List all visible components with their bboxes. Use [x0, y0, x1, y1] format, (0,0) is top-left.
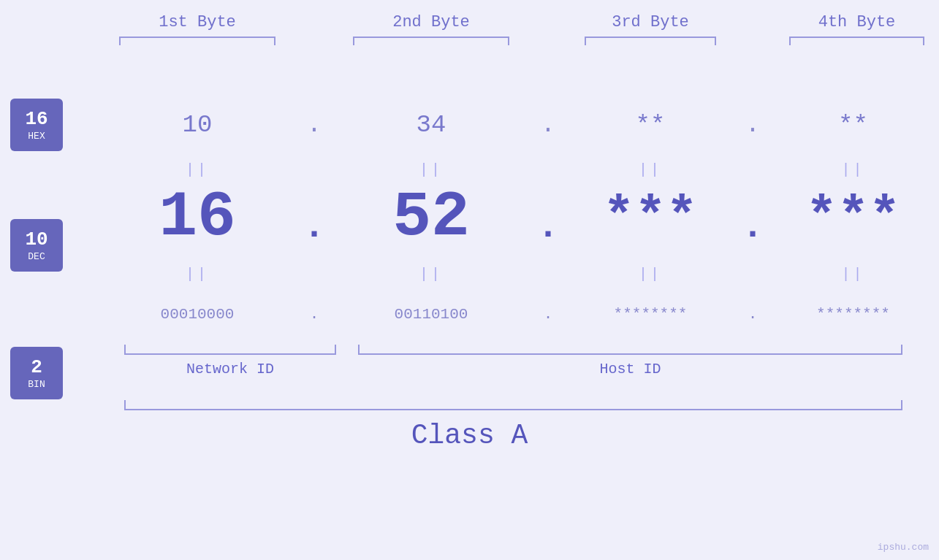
dec-b4: *** — [775, 181, 932, 254]
class-label: Class A — [0, 420, 939, 451]
dec-badge-label: DEC — [28, 251, 45, 262]
dec-dot2: . — [526, 204, 570, 248]
top-brackets — [102, 37, 939, 45]
network-id-label: Network ID — [124, 361, 336, 377]
byte1-header: 1st Byte — [102, 13, 292, 31]
bin-badge: 2 BIN — [10, 347, 63, 399]
bin-b3: ******** — [570, 287, 731, 342]
dec-badge: 10 DEC — [10, 219, 63, 272]
dec-b2: 52 — [336, 181, 526, 254]
bin-badge-label: BIN — [28, 379, 45, 390]
bin-b4: ******** — [775, 287, 932, 342]
hex-b4: ** — [775, 99, 932, 151]
bin-dot1: . — [292, 287, 336, 342]
hex-dot3: . — [731, 99, 775, 151]
dec-dot1: . — [292, 204, 336, 248]
dec-badge-num: 10 — [25, 229, 47, 251]
bin-dot3: . — [731, 287, 775, 342]
bin-b1: 00010000 — [102, 287, 292, 342]
bin-b2: 00110100 — [336, 287, 526, 342]
dec-dot3: . — [731, 204, 775, 248]
equals-row2: || || || || — [102, 261, 932, 287]
dec-b3: *** — [570, 181, 731, 254]
dec-b1: 16 — [102, 181, 292, 254]
network-bracket — [124, 345, 336, 355]
class-bracket — [124, 400, 902, 410]
hex-b3: ** — [570, 99, 731, 151]
byte2-header: 2nd Byte — [336, 13, 526, 31]
byte4-header: 4th Byte — [775, 13, 939, 31]
bracket-top-1 — [119, 37, 275, 45]
bracket-top-3 — [585, 37, 716, 45]
hex-badge-num: 16 — [25, 108, 47, 131]
hex-badge-label: HEX — [28, 131, 45, 142]
bin-badge-num: 2 — [31, 356, 42, 379]
byte-headers: 1st Byte 2nd Byte 3rd Byte 4th Byte — [102, 13, 939, 31]
host-id-label: Host ID — [358, 361, 902, 377]
host-bracket — [358, 345, 902, 355]
bracket-top-2 — [353, 37, 509, 45]
bin-dot2: . — [526, 287, 570, 342]
equals-row1: || || || || — [102, 157, 932, 183]
watermark: ipshu.com — [878, 542, 929, 553]
byte3-header: 3rd Byte — [570, 13, 731, 31]
page: 1st Byte 2nd Byte 3rd Byte 4th Byte 16 H… — [0, 0, 939, 560]
hex-dot2: . — [526, 99, 570, 151]
hex-dot1: . — [292, 99, 336, 151]
bracket-top-4 — [789, 37, 924, 45]
hex-b2: 34 — [336, 99, 526, 151]
hex-badge: 16 HEX — [10, 99, 63, 151]
hex-b1: 10 — [102, 99, 292, 151]
